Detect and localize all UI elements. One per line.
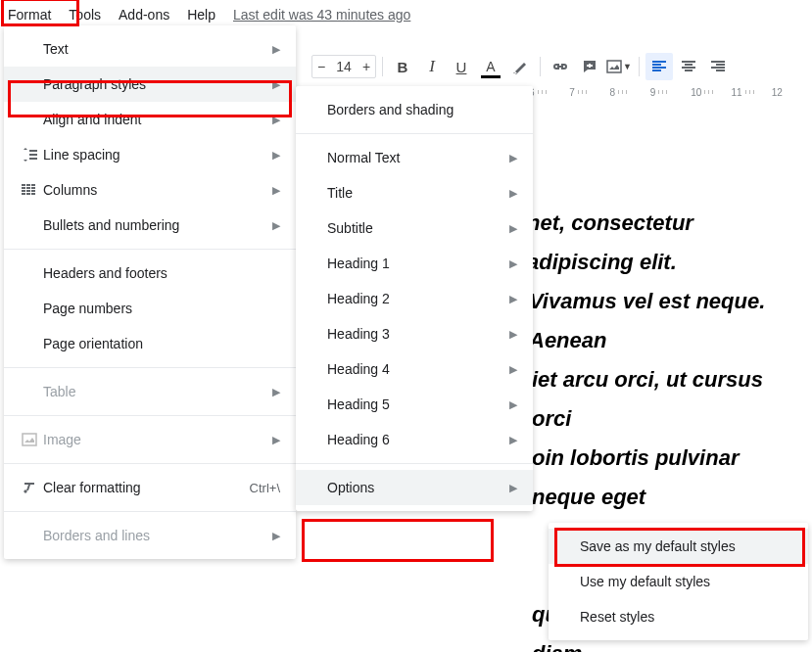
menu-item-borders-shading[interactable]: Borders and shading xyxy=(296,92,533,127)
menu-item-label: Bullets and numbering xyxy=(43,217,257,233)
ruler-num: 10 xyxy=(691,87,701,98)
menu-item-label: Table xyxy=(43,384,257,399)
menu-item-label: Columns xyxy=(43,182,257,198)
format-menu: Text ▶ Paragraph styles ▶ Align and inde… xyxy=(4,25,296,559)
menu-item-label: Save as my default styles xyxy=(580,538,792,554)
highlight-color-button[interactable] xyxy=(506,53,534,80)
underline-button[interactable]: U xyxy=(448,53,475,80)
add-comment-button[interactable] xyxy=(576,53,603,80)
menu-item-label: Reset styles xyxy=(580,609,792,625)
comment-icon xyxy=(582,59,597,74)
insert-link-button[interactable] xyxy=(547,53,574,80)
menu-item-heading-1[interactable]: Heading 1 ▶ xyxy=(296,246,533,281)
clear-formatting-icon xyxy=(22,481,43,494)
menu-item-borders-lines: Borders and lines ▶ xyxy=(4,518,296,553)
submenu-arrow-icon: ▶ xyxy=(509,328,517,341)
font-size-decrease[interactable]: − xyxy=(312,59,330,74)
menu-item-label: Heading 1 xyxy=(327,256,494,271)
last-edit-link[interactable]: Last edit was 43 minutes ago xyxy=(233,7,410,23)
svg-rect-0 xyxy=(607,61,621,72)
menu-item-heading-5[interactable]: Heading 5 ▶ xyxy=(296,387,533,422)
font-size-increase[interactable]: + xyxy=(358,59,375,74)
image-icon xyxy=(606,60,622,73)
menu-item-label: Page numbers xyxy=(43,301,280,316)
submenu-arrow-icon: ▶ xyxy=(509,187,517,200)
toolbar: − 14 + B I U A ▼ xyxy=(311,47,732,86)
menu-item-save-default-styles[interactable]: Save as my default styles xyxy=(549,529,808,564)
submenu-arrow-icon: ▶ xyxy=(272,114,280,126)
menu-item-heading-2[interactable]: Heading 2 ▶ xyxy=(296,281,533,316)
menu-item-options[interactable]: Options ▶ xyxy=(296,470,533,505)
menu-separator xyxy=(4,249,296,250)
ruler-num: 8 xyxy=(610,87,616,98)
align-center-button[interactable] xyxy=(675,53,702,80)
italic-button[interactable]: I xyxy=(418,53,446,80)
menu-item-columns[interactable]: Columns ▶ xyxy=(4,172,296,208)
menu-item-label: Use my default styles xyxy=(580,574,792,589)
submenu-arrow-icon: ▶ xyxy=(272,219,280,232)
link-icon xyxy=(551,62,569,71)
menu-item-label: Paragraph styles xyxy=(43,76,257,92)
svg-rect-1 xyxy=(23,434,36,445)
menu-item-page-orientation[interactable]: Page orientation xyxy=(4,326,296,361)
menu-item-label: Normal Text xyxy=(327,150,494,165)
menu-separator xyxy=(296,463,533,464)
submenu-arrow-icon: ▶ xyxy=(509,482,517,494)
menu-item-label: Clear formatting xyxy=(43,480,234,495)
ruler-num: 7 xyxy=(569,87,575,98)
submenu-arrow-icon: ▶ xyxy=(509,398,517,411)
menu-item-use-default-styles[interactable]: Use my default styles xyxy=(549,564,808,599)
menu-separator xyxy=(4,511,296,512)
menu-help[interactable]: Help xyxy=(179,3,223,26)
menu-separator xyxy=(296,133,533,134)
menu-item-reset-styles[interactable]: Reset styles xyxy=(549,599,808,634)
menu-item-label: Heading 4 xyxy=(327,361,494,377)
submenu-arrow-icon: ▶ xyxy=(272,184,280,197)
menu-item-headers-footers[interactable]: Headers and footers xyxy=(4,256,296,291)
menu-item-page-numbers[interactable]: Page numbers xyxy=(4,291,296,326)
menu-item-label: Headers and footers xyxy=(43,265,280,281)
menu-item-paragraph-styles[interactable]: Paragraph styles ▶ xyxy=(4,67,296,102)
menu-item-align-indent[interactable]: Align and indent ▶ xyxy=(4,102,296,137)
menu-item-label: Heading 5 xyxy=(327,396,494,412)
align-center-icon xyxy=(682,61,695,72)
submenu-arrow-icon: ▶ xyxy=(509,434,517,446)
insert-image-button[interactable]: ▼ xyxy=(605,53,633,80)
font-size-value[interactable]: 14 xyxy=(330,59,358,74)
align-left-button[interactable] xyxy=(645,53,673,80)
menu-item-heading-3[interactable]: Heading 3 ▶ xyxy=(296,316,533,351)
menu-format[interactable]: Format xyxy=(0,3,59,26)
menu-item-label: Options xyxy=(327,480,494,495)
menu-item-clear-formatting[interactable]: Clear formatting Ctrl+\ xyxy=(4,470,296,505)
menu-item-table: Table ▶ xyxy=(4,374,296,409)
menu-item-label: Heading 3 xyxy=(327,326,494,342)
menu-item-normal-text[interactable]: Normal Text ▶ xyxy=(296,140,533,175)
menu-item-heading-4[interactable]: Heading 4 ▶ xyxy=(296,351,533,387)
submenu-arrow-icon: ▶ xyxy=(272,149,280,162)
menu-addons[interactable]: Add-ons xyxy=(111,3,177,26)
submenu-arrow-icon: ▶ xyxy=(272,434,280,446)
menu-separator xyxy=(4,367,296,368)
align-right-button[interactable] xyxy=(704,53,732,80)
menu-item-line-spacing[interactable]: Line spacing ▶ xyxy=(4,137,296,172)
font-size-control: − 14 + xyxy=(311,55,376,78)
menu-item-label: Image xyxy=(43,432,257,447)
separator xyxy=(382,57,383,76)
submenu-arrow-icon: ▶ xyxy=(509,222,517,235)
menu-item-label: Subtitle xyxy=(327,220,494,236)
menu-item-text[interactable]: Text ▶ xyxy=(4,31,296,67)
bold-button[interactable]: B xyxy=(389,53,416,80)
menu-item-subtitle[interactable]: Subtitle ▶ xyxy=(296,210,533,246)
menu-item-heading-6[interactable]: Heading 6 ▶ xyxy=(296,422,533,457)
align-left-icon xyxy=(652,61,666,72)
menu-item-title[interactable]: Title ▶ xyxy=(296,175,533,210)
menu-tools[interactable]: Tools xyxy=(61,3,109,26)
menu-item-label: Borders and lines xyxy=(43,528,257,543)
text-color-button[interactable]: A xyxy=(477,53,504,80)
submenu-arrow-icon: ▶ xyxy=(509,257,517,270)
menu-item-bullets[interactable]: Bullets and numbering ▶ xyxy=(4,208,296,243)
line-spacing-icon xyxy=(22,148,43,162)
image-icon xyxy=(22,433,43,446)
submenu-arrow-icon: ▶ xyxy=(272,78,280,91)
menu-item-label: Text xyxy=(43,41,257,57)
